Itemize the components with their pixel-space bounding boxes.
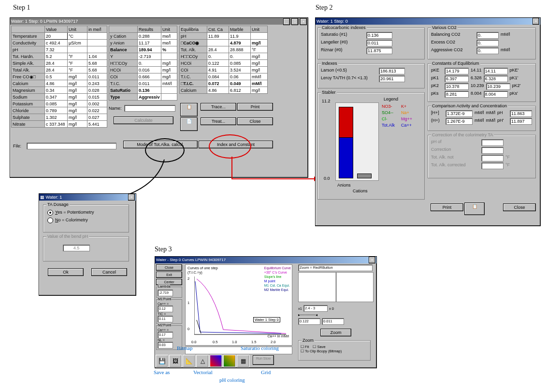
anno-save: Save as (154, 369, 170, 375)
table-row: Calcium4.86mg/l0.243 (12, 80, 107, 87)
table-row: Chloride0.789mg/l0.022 (12, 107, 107, 114)
file-input[interactable] (27, 143, 116, 149)
calculate-button: Calculate (114, 116, 173, 124)
curves-plot: Curves of one step(T.I.C.=y) Equilibrium… (185, 264, 292, 346)
table-row: Temperature20°C (12, 33, 107, 40)
treat-button[interactable]: Treat... (201, 117, 236, 125)
radio-no[interactable]: No = Colorimetry (47, 218, 125, 223)
ph-coloring-icon[interactable] (210, 355, 222, 367)
anno-grid: Grid (261, 369, 271, 375)
kv-row: Riznar (#0)11.875 (321, 47, 421, 54)
file-label: File: (13, 144, 21, 148)
kv-row: Langelier (#0)0.011 (321, 40, 421, 46)
table-row: pH7.32 (12, 46, 107, 53)
table-row: y Anion11.17me/l (109, 40, 177, 46)
zoom-view (298, 272, 374, 302)
table-row: T.I.C.0.011mM/l (109, 80, 177, 87)
exit-button[interactable]: Exit (156, 272, 182, 278)
kv-row: pK210.37810.23910.239pK2' (431, 83, 533, 90)
table-row: Free CO◉□0.5mg/l0.011 (12, 73, 107, 80)
run-button: Run Slow (253, 355, 274, 365)
equilibria-table: EquilibriaCst. CaMarbleUnit pH11.8911.9□… (179, 26, 268, 94)
series-box: Water 1 Step 0 (253, 317, 280, 322)
table-row: HCOi0.016mg/l (109, 67, 177, 73)
stabler-group: Stabler (321, 90, 337, 95)
val-left[interactable]: 0.122 (298, 318, 320, 325)
ok-button[interactable]: Ok (48, 268, 84, 276)
close-button[interactable]: Close (156, 264, 182, 271)
x-anions: Anions (337, 183, 351, 188)
stabler-chart (335, 102, 379, 181)
paste-icon[interactable]: 📄 (180, 117, 198, 131)
print-button[interactable]: Print (237, 103, 273, 111)
grid-icon[interactable]: ▦ (237, 355, 249, 367)
maximize-icon[interactable]: □ (291, 18, 298, 25)
title-text: Water: 1 Step: 0 LPWIN 94309717 (11, 18, 78, 25)
ta-dialog: ▦ Water: 1 × TA Dosage YYes = Potentiome… (39, 193, 136, 296)
table-row: Total Alk.28.4°F5.68 (12, 67, 107, 73)
vectorial-icon[interactable]: 📐 (183, 355, 195, 367)
bend-value: 4.5 (63, 245, 90, 251)
copy-icon[interactable]: 📋 (464, 203, 485, 215)
table-row: HCOi0.1220.085mg/l (180, 60, 268, 67)
app-icon: ▦ (40, 195, 46, 200)
anno-vect: Vectorial (193, 369, 213, 375)
anno-sat: Saturatio coloring (241, 345, 279, 351)
bitmap-icon[interactable]: 🖼 (169, 355, 182, 367)
step2-window: Water: 1 Step: 0 × Calcocarbonic indexes… (315, 17, 541, 226)
kv-row: Larson (<0.5)186.813 (321, 68, 421, 74)
step3-label: Step 3 (155, 246, 172, 253)
close-button[interactable]: Close (503, 203, 536, 211)
table-row: Sulphate1.302mg/l0.027 (12, 114, 107, 121)
anno-bitmap: Bitmap (177, 345, 192, 351)
title-bar[interactable]: Water: 1 Step: 0 × (316, 18, 540, 25)
kv-row: Aggressive CO20.mM/l (431, 47, 533, 54)
cancel-button[interactable]: Cancel (91, 268, 127, 276)
close-icon[interactable]: × (128, 194, 135, 201)
table-row: pH11.8911.9 (180, 33, 268, 40)
table-row: Y-2.719 (109, 53, 177, 60)
save-as-icon[interactable]: 💾 (156, 355, 168, 367)
close-icon[interactable]: × (369, 257, 375, 263)
title-bar[interactable]: Water: 1 Step: 0 LPWIN 94309717 _ □ × (10, 18, 308, 25)
table-row: Conductivityc 492.4µS/cm (12, 40, 107, 46)
title-bar[interactable]: Water - Step 0 Curves LPWIN 94309717 × (155, 257, 376, 263)
zoom-button[interactable]: Zoom (320, 329, 351, 336)
kv-row: Balancing CO20.mM/l (431, 32, 533, 39)
y-top: 11.2 (322, 99, 331, 103)
anno-ph: pH coloring (219, 377, 245, 383)
toolbar: 💾 🖼 📐 △ ▦ Run Slow (155, 354, 274, 368)
kv-row: Excess CO20. (431, 40, 533, 46)
close-button[interactable]: Close (237, 117, 273, 125)
close-icon[interactable]: × (300, 18, 307, 25)
results-table: ResultsUnit y Cation0.288me/ly Anion11.1… (109, 26, 177, 101)
legend-title: Legend (384, 97, 398, 102)
radio-yes[interactable]: YYes = Potentiometryes = Potentiometry (47, 210, 125, 216)
val-right[interactable]: 0.011 (322, 318, 344, 325)
table-row: Nitratec 337.348mg/l5.441 (12, 121, 107, 128)
table-row: H□□COy0.mg/l (109, 60, 177, 67)
name-input[interactable] (124, 105, 175, 112)
kv-row: Leroy TA/TH (0.7< <1.3)20.961 (321, 75, 421, 82)
table-row: COi4.913.524mg/l (180, 67, 268, 73)
table-row: y Cation0.288me/l (109, 33, 177, 40)
x-cations: Cations (353, 189, 368, 193)
saturatio-coloring-icon[interactable] (223, 355, 236, 367)
title-bar[interactable]: ▦ Water: 1 × (39, 194, 136, 201)
close-icon[interactable]: × (533, 18, 539, 25)
step2-label: Step 2 (316, 4, 332, 12)
table-row: Tot. Hardn.5.2°F1.04 (12, 53, 107, 60)
x1-field[interactable]: 2.4 - 3 (303, 305, 328, 312)
y-bot: 0.0 (324, 176, 330, 181)
triangle-icon[interactable]: △ (196, 355, 209, 367)
ta-group: TA Dosage (46, 202, 70, 207)
copy-icon[interactable]: 📋 (180, 103, 198, 116)
idx-group: Indexes (321, 61, 338, 66)
bend-group: Value of the bend pH (46, 234, 89, 239)
minimize-icon[interactable]: _ (283, 18, 290, 25)
trace-button[interactable]: Trace... (201, 103, 236, 111)
zoom-label: Zoom = RedRButton (298, 264, 373, 271)
print-button[interactable]: Print (431, 203, 463, 211)
table-row: Tot. Alk.28.428.888°F (180, 46, 268, 53)
table-row: Calcium4.866.812mg/l (180, 87, 268, 94)
